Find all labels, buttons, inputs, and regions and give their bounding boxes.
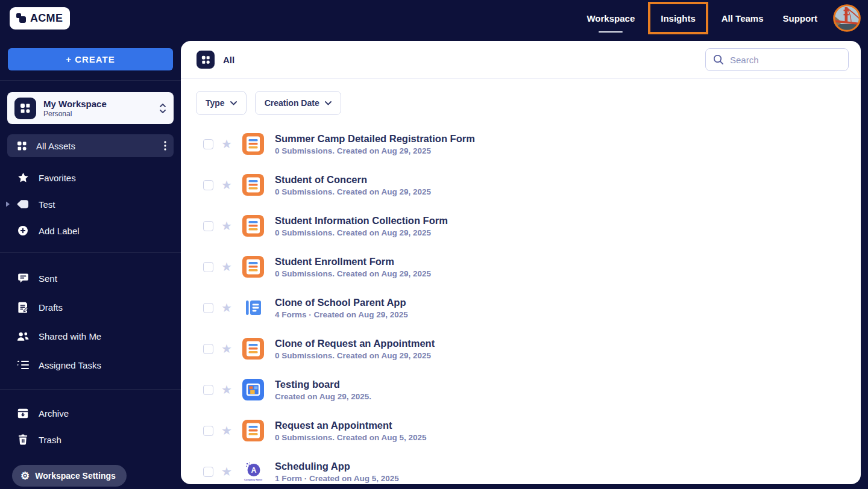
logo-text: ACME [30,12,63,25]
star-icon[interactable]: ★ [221,138,232,150]
asset-title[interactable]: Student Enrollment Form [275,256,431,267]
sidebar-item-trash[interactable]: Trash [0,426,181,453]
avatar[interactable] [833,4,861,32]
row-checkbox[interactable] [203,303,213,313]
creation-date-filter-label: Creation Date [265,98,319,108]
type-filter-dropdown[interactable]: Type [196,91,247,115]
star-icon[interactable]: ★ [221,343,232,355]
asset-row[interactable]: ★ Clone of Request an Appointment 0 Subm… [181,328,861,369]
acme-logo[interactable]: ACME [10,7,70,30]
sidebar-item-archive[interactable]: Archive [0,400,181,426]
asset-subtitle: 0 Submissions. Created on Aug 29, 2025 [275,187,431,196]
sidebar-item-assigned-tasks[interactable]: Assigned Tasks [0,350,181,379]
sidebar-item-add-label[interactable]: Add Label [0,217,181,244]
search-input[interactable] [730,55,850,65]
row-checkbox[interactable] [203,467,213,477]
row-checkbox[interactable] [203,180,213,190]
creation-date-filter-dropdown[interactable]: Creation Date [255,91,341,115]
nav-insights[interactable]: Insights [648,2,708,34]
tasks-label: Assigned Tasks [39,360,101,370]
workspace-settings-button[interactable]: ⚙ Workspace Settings [12,465,127,487]
row-checkbox[interactable] [203,385,213,395]
asset-title[interactable]: Student of Concern [275,174,431,185]
row-checkbox[interactable] [203,221,213,231]
sidebar-item-drafts[interactable]: Drafts [0,293,181,322]
form-icon [242,215,264,237]
asset-title[interactable]: Request an Appointment [275,420,427,431]
main-panel: All Type Creation Date ★ [181,41,861,484]
nav-all-teams[interactable]: All Teams [712,2,773,34]
app-icon [242,297,264,319]
nav-support-label: Support [783,13,818,23]
workspace-selector[interactable]: My Workspace Personal [7,92,174,124]
custom-app-logo-icon: A Company Name [242,461,264,482]
asset-subtitle: 0 Submissions. Created on Aug 29, 2025 [275,228,448,237]
asset-texts: Student Information Collection Form 0 Su… [275,215,448,237]
asset-title[interactable]: Scheduling App [275,461,399,472]
asset-row[interactable]: ★ Request an Appointment 0 Submissions. … [181,410,861,451]
form-icon [242,256,264,278]
sent-label: Sent [39,273,57,284]
row-checkbox[interactable] [203,344,213,354]
row-checkbox[interactable] [203,262,213,272]
asset-title[interactable]: Summer Camp Detailed Registration Form [275,133,475,145]
shared-people-icon [17,331,29,341]
panel-header: All [181,41,861,79]
star-icon[interactable]: ★ [221,220,232,232]
asset-subtitle: Created on Aug 29, 2025. [275,392,371,401]
asset-title[interactable]: Student Information Collection Form [275,215,448,226]
asset-texts: Student of Concern 0 Submissions. Create… [275,174,431,196]
sidebar-item-sent[interactable]: Sent [0,264,181,293]
asset-row[interactable]: ★ Student Enrollment Form 0 Submissions.… [181,246,861,287]
asset-subtitle: 4 Forms · Created on Aug 29, 2025 [275,310,408,319]
nav-workspace-label: Workspace [587,13,635,23]
asset-texts: Scheduling App 1 Form · Created on Aug 5… [275,461,399,483]
star-icon[interactable]: ★ [221,384,232,396]
asset-title[interactable]: Testing board [275,379,371,390]
asset-title[interactable]: Clone of Request an Appointment [275,338,435,349]
asset-row[interactable]: ★ Student of Concern 0 Submissions. Crea… [181,164,861,205]
sidebar-divider [0,389,181,390]
star-icon[interactable]: ★ [221,466,232,478]
sidebar-item-test-label[interactable]: Test [0,191,181,217]
asset-row[interactable]: ★ Summer Camp Detailed Registration Form… [181,123,861,164]
archive-label: Archive [39,408,69,419]
star-icon[interactable]: ★ [221,261,232,273]
chevron-down-icon [230,101,237,105]
workspace-title: My Workspace [43,99,159,109]
archive-icon [17,408,29,419]
sidebar-item-favorites[interactable]: Favorites [0,164,181,191]
star-icon[interactable]: ★ [221,179,232,191]
asset-title[interactable]: Clone of School Parent App [275,297,408,308]
asset-subtitle: 0 Submissions. Created on Aug 29, 2025 [275,146,475,155]
all-assets-grid-icon [197,51,215,69]
asset-subtitle: 0 Submissions. Created on Aug 5, 2025 [275,433,427,442]
drafts-icon [17,302,29,313]
sidebar-item-all-assets[interactable]: All Assets [7,134,174,157]
row-checkbox[interactable] [203,139,213,149]
asset-row[interactable]: ★ Clone of School Parent App 4 Forms · C… [181,287,861,328]
top-navigation: Workspace Insights All Teams Support [577,0,868,36]
star-icon[interactable]: ★ [221,302,232,314]
asset-texts: Summer Camp Detailed Registration Form 0… [275,133,475,155]
workspace-settings-label: Workspace Settings [35,471,116,481]
assigned-tasks-icon [17,360,29,370]
nav-support[interactable]: Support [773,2,828,34]
chevron-updown-icon [159,103,166,114]
search-box[interactable] [705,48,849,71]
sidebar-item-shared-with-me[interactable]: Shared with Me [0,322,181,350]
nav-workspace[interactable]: Workspace [577,2,644,34]
expand-chevron-icon[interactable] [6,202,10,207]
drafts-label: Drafts [39,302,63,313]
asset-row[interactable]: ★ Testing board Created on Aug 29, 2025. [181,369,861,410]
star-icon[interactable]: ★ [221,425,232,437]
asset-row[interactable]: ★ A Company Name Scheduling App 1 Form ·… [181,451,861,484]
gear-icon: ⚙ [20,471,30,481]
test-label: Test [39,199,55,210]
kebab-menu-icon[interactable] [164,141,166,151]
create-button[interactable]: + CREATE [8,48,173,70]
asset-texts: Clone of School Parent App 4 Forms · Cre… [275,297,408,319]
logo-caption: Company Name [244,478,263,481]
asset-row[interactable]: ★ Student Information Collection Form 0 … [181,205,861,246]
row-checkbox[interactable] [203,426,213,436]
